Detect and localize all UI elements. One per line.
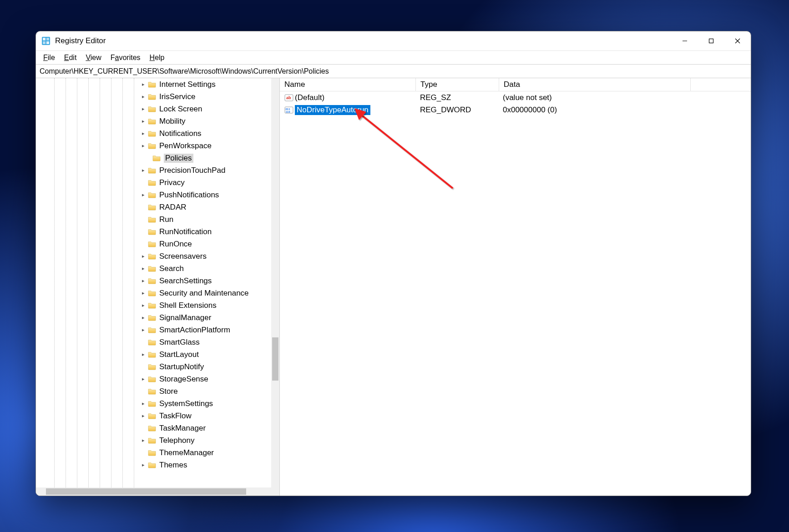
tree[interactable]: ▸Internet Settings▸IrisService▸Lock Scre… <box>36 78 271 487</box>
tree-item-label: SearchSettings <box>159 276 212 286</box>
tree-item-label: SmartActionPlatform <box>159 326 230 335</box>
expand-chevron-icon[interactable]: ▸ <box>139 413 148 419</box>
expand-chevron-icon[interactable]: ▸ <box>139 266 148 271</box>
folder-icon <box>148 253 157 260</box>
menu-view[interactable]: View <box>81 52 106 63</box>
folder-icon <box>148 142 157 149</box>
address-bar[interactable]: Computer\HKEY_CURRENT_USER\Software\Micr… <box>36 65 751 78</box>
expand-chevron-icon[interactable]: ▸ <box>139 143 148 149</box>
tree-horizontal-scrollbar[interactable] <box>36 487 271 496</box>
expand-chevron-icon[interactable]: ▸ <box>139 118 148 124</box>
tree-item-search[interactable]: ▸Search <box>36 262 271 275</box>
value-row[interactable]: (Default)REG_SZ(value not set) <box>280 91 751 104</box>
expand-chevron-icon[interactable]: ▸ <box>139 437 148 443</box>
folder-icon <box>148 241 157 247</box>
tree-item-radar[interactable]: ▸RADAR <box>36 201 271 213</box>
expand-chevron-icon[interactable]: ▸ <box>139 81 148 87</box>
expand-chevron-icon[interactable]: ▸ <box>139 278 148 284</box>
tree-item-screensavers[interactable]: ▸Screensavers <box>36 250 271 262</box>
tree-item-startlayout[interactable]: ▸StartLayout <box>36 348 271 361</box>
expand-chevron-icon[interactable]: ▸ <box>139 351 148 357</box>
list-pane[interactable]: Name Type Data (Default)REG_SZ(value not… <box>280 78 751 496</box>
tree-item-startupnotify[interactable]: ▸StartupNotify <box>36 361 271 373</box>
expand-chevron-icon[interactable]: ▸ <box>139 315 148 321</box>
tree-pane[interactable]: ▸Internet Settings▸IrisService▸Lock Scre… <box>36 78 280 496</box>
expand-chevron-icon[interactable]: ▸ <box>139 302 148 308</box>
tree-item-themes[interactable]: ▸Themes <box>36 459 271 471</box>
value-row[interactable]: NoDriveTypeAutorunREG_DWORD0x00000000 (0… <box>280 104 751 116</box>
body: ▸Internet Settings▸IrisService▸Lock Scre… <box>36 78 751 496</box>
tree-item-storagesense[interactable]: ▸StorageSense <box>36 373 271 385</box>
folder-icon <box>148 400 157 407</box>
scrollbar-thumb[interactable] <box>46 488 246 495</box>
tree-item-taskmanager[interactable]: ▸TaskManager <box>36 422 271 434</box>
list-header[interactable]: Name Type Data <box>280 78 751 91</box>
menu-favorites[interactable]: Favorites <box>106 52 145 63</box>
tree-item-label: Run <box>159 215 173 224</box>
maximize-button[interactable] <box>698 31 724 50</box>
tree-item-policies[interactable]: ▸Policies <box>36 152 271 164</box>
tree-item-shell-extensions[interactable]: ▸Shell Extensions <box>36 299 271 311</box>
column-data[interactable]: Data <box>499 78 691 91</box>
expand-chevron-icon[interactable]: ▸ <box>139 462 148 468</box>
tree-item-internet-settings[interactable]: ▸Internet Settings <box>36 78 271 90</box>
tree-item-lock-screen[interactable]: ▸Lock Screen <box>36 103 271 115</box>
annotation-arrow <box>353 106 457 193</box>
scroll-corner <box>271 487 279 496</box>
folder-icon <box>148 302 157 309</box>
tree-item-label: StartLayout <box>159 350 199 359</box>
tree-item-label: PushNotifications <box>159 191 219 200</box>
tree-item-store[interactable]: ▸Store <box>36 385 271 397</box>
tree-item-label: SmartGlass <box>159 338 200 347</box>
tree-item-label: Screensavers <box>159 252 207 261</box>
tree-item-signalmanager[interactable]: ▸SignalManager <box>36 311 271 324</box>
tree-item-label: TaskFlow <box>159 412 192 421</box>
scrollbar-thumb[interactable] <box>272 337 278 381</box>
menu-edit[interactable]: Edit <box>60 52 81 63</box>
expand-chevron-icon[interactable]: ▸ <box>139 94 148 100</box>
column-name[interactable]: Name <box>280 78 416 91</box>
tree-item-mobility[interactable]: ▸Mobility <box>36 115 271 127</box>
minimize-button[interactable] <box>672 31 698 50</box>
expand-chevron-icon[interactable]: ▸ <box>139 253 148 259</box>
tree-item-notifications[interactable]: ▸Notifications <box>36 127 271 140</box>
menu-file[interactable]: File <box>39 52 60 63</box>
tree-item-label: Security and Maintenance <box>159 289 249 298</box>
tree-item-precisiontouchpad[interactable]: ▸PrecisionTouchPad <box>36 164 271 176</box>
tree-item-label: Search <box>159 264 184 273</box>
tree-item-searchsettings[interactable]: ▸SearchSettings <box>36 275 271 287</box>
tree-item-thememanager[interactable]: ▸ThemeManager <box>36 447 271 459</box>
tree-item-taskflow[interactable]: ▸TaskFlow <box>36 410 271 422</box>
column-type[interactable]: Type <box>416 78 499 91</box>
menu-help[interactable]: Help <box>145 52 169 63</box>
expand-chevron-icon[interactable]: ▸ <box>139 290 148 296</box>
tree-item-label: StartupNotify <box>159 362 204 371</box>
tree-item-irisservice[interactable]: ▸IrisService <box>36 90 271 103</box>
tree-item-security-and-maintenance[interactable]: ▸Security and Maintenance <box>36 287 271 299</box>
tree-item-systemsettings[interactable]: ▸SystemSettings <box>36 397 271 410</box>
expand-chevron-icon[interactable]: ▸ <box>139 130 148 136</box>
close-button[interactable] <box>724 31 751 50</box>
tree-item-telephony[interactable]: ▸Telephony <box>36 434 271 447</box>
titlebar[interactable]: Registry Editor <box>36 31 751 51</box>
tree-item-smartactionplatform[interactable]: ▸SmartActionPlatform <box>36 324 271 336</box>
expand-chevron-icon[interactable]: ▸ <box>139 376 148 382</box>
expand-chevron-icon[interactable]: ▸ <box>139 327 148 333</box>
tree-item-label: SignalManager <box>159 313 211 322</box>
tree-item-smartglass[interactable]: ▸SmartGlass <box>36 336 271 348</box>
tree-item-runnotification[interactable]: ▸RunNotification <box>36 226 271 238</box>
tree-item-penworkspace[interactable]: ▸PenWorkspace <box>36 140 271 152</box>
tree-item-runonce[interactable]: ▸RunOnce <box>36 238 271 250</box>
tree-item-run[interactable]: ▸Run <box>36 213 271 226</box>
window-title: Registry Editor <box>55 36 106 45</box>
expand-chevron-icon[interactable]: ▸ <box>139 401 148 407</box>
svg-rect-4 <box>46 41 49 44</box>
folder-icon <box>148 314 157 321</box>
expand-chevron-icon[interactable]: ▸ <box>139 167 148 173</box>
expand-chevron-icon[interactable]: ▸ <box>139 192 148 198</box>
folder-icon <box>148 339 157 346</box>
tree-item-privacy[interactable]: ▸Privacy <box>36 176 271 189</box>
tree-vertical-scrollbar[interactable] <box>271 78 279 487</box>
expand-chevron-icon[interactable]: ▸ <box>139 106 148 112</box>
tree-item-pushnotifications[interactable]: ▸PushNotifications <box>36 189 271 201</box>
